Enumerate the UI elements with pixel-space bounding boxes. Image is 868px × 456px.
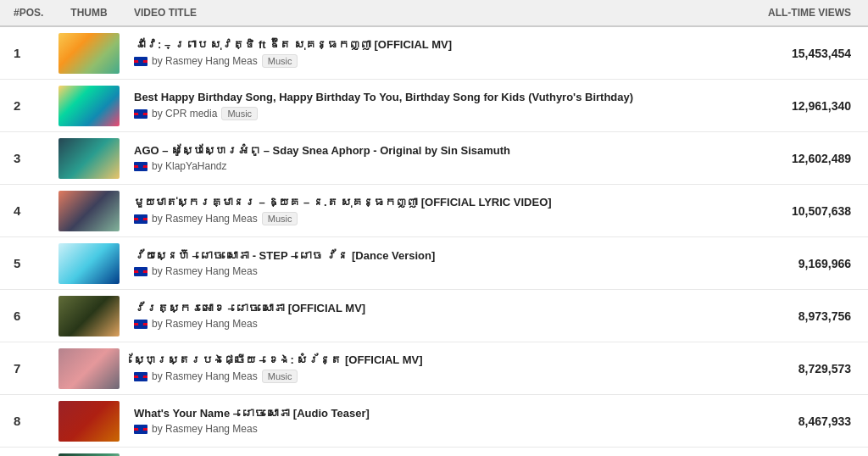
thumbnail <box>58 348 120 389</box>
channel-name: by CPR media <box>152 108 217 120</box>
channel-name: by Rasmey Hang Meas <box>152 213 258 225</box>
title-cell: Best Happy Birthday Song, Happy Birthday… <box>127 91 732 121</box>
table-row[interactable]: 9 Picherith – ចង់ស្ក្ចូ (Official Audio)… <box>0 448 868 456</box>
cambodia-flag-icon <box>134 267 147 276</box>
channel-row: by Rasmey Hang Meas Music <box>134 370 732 383</box>
title-cell: វ័រត្ស្ករអោខ – រោច សោភា [OFFICIAL MV] by… <box>127 302 732 331</box>
channel-row: by Rasmey Hang Meas <box>134 423 732 435</box>
views-count: 12,961,340 <box>732 99 868 113</box>
video-title: មួយមាត់ស្ករគ្មានរ – ឱ្យគ – ន.ត សុគន្ធកញ្… <box>134 196 732 210</box>
header-thumb: THUMB <box>51 7 127 19</box>
views-count: 9,169,966 <box>732 257 868 270</box>
thumbnail-cell <box>51 453 127 457</box>
position-number: 8 <box>0 414 51 428</box>
thumbnail <box>58 243 120 284</box>
channel-row: by Rasmey Hang Meas <box>134 265 732 277</box>
thumbnail-cell <box>51 348 127 389</box>
title-cell: AGO – សូស្ហែស្ហែរអំពូ – Sday Snea Aphorp… <box>127 144 732 173</box>
channel-name: by Rasmey Hang Meas <box>152 423 258 435</box>
video-title: ស្ហែស្ត្ររបងផ្ចើយ – ខេង: សំរ័ន្ត [OFFICI… <box>134 353 732 368</box>
position-number: 2 <box>0 98 51 113</box>
music-tag: Music <box>262 54 298 68</box>
channel-row: by CPR media Music <box>134 107 732 120</box>
thumbnail-cell <box>51 33 127 74</box>
table-row[interactable]: 3 AGO – សូស្ហែស្ហែរអំពូ – Sday Snea Apho… <box>0 132 868 185</box>
thumbnail-cell <box>51 138 127 179</box>
views-count: 15,453,454 <box>732 47 868 60</box>
video-title: AGO – សូស្ហែស្ហែរអំពូ – Sday Snea Aphorp… <box>134 144 732 158</box>
video-title: What's Your Name – រោច សោភា [Audio Tease… <box>134 407 732 421</box>
thumbnail <box>58 138 120 179</box>
position-number: 7 <box>0 361 51 375</box>
title-cell: វ័យស្នេហ៍ – រោច សោភា - STEP – រោច វ័ន [D… <box>127 249 732 278</box>
video-title: Best Happy Birthday Song, Happy Birthday… <box>134 91 732 105</box>
thumbnail-cell <box>51 243 127 284</box>
thumbnail-cell <box>51 401 127 442</box>
views-count: 8,467,933 <box>732 414 868 428</box>
position-number: 3 <box>0 151 51 165</box>
channel-row: by Rasmey Hang Meas <box>134 318 732 330</box>
thumbnail <box>58 296 120 336</box>
cambodia-flag-icon <box>134 109 147 119</box>
channel-row: by KlapYaHandz <box>134 160 732 172</box>
title-cell: What's Your Name – រោច សោភា [Audio Tease… <box>127 407 732 436</box>
music-tag: Music <box>221 107 258 120</box>
cambodia-flag-icon <box>134 320 147 329</box>
leaderboard-table: #POS. THUMB VIDEO TITLE ALL-TIME VIEWS 1… <box>0 0 868 456</box>
table-row[interactable]: 6 វ័រត្ស្ករអោខ – រោច សោភា [OFFICIAL MV] … <box>0 290 868 342</box>
thumbnail-cell <box>51 191 127 231</box>
thumbnail-cell <box>51 86 127 126</box>
channel-name: by Rasmey Hang Meas <box>152 55 258 67</box>
thumbnail <box>58 33 120 74</box>
table-row[interactable]: 7 ស្ហែស្ត្ររបងផ្ចើយ – ខេង: សំរ័ន្ត [OFFI… <box>0 342 868 395</box>
title-cell: មួយមាត់ស្ករគ្មានរ – ឱ្យគ – ន.ត សុគន្ធកញ្… <box>127 196 732 226</box>
video-title: វ័យស្នេហ៍ – រោច សោភា - STEP – រោច វ័ន [D… <box>134 249 732 264</box>
channel-name: by KlapYaHandz <box>152 160 227 172</box>
views-count: 10,507,638 <box>732 204 868 218</box>
header-pos: #POS. <box>0 7 51 19</box>
thumbnail <box>58 453 120 457</box>
thumbnail-cell <box>51 296 127 336</box>
video-title: វ័រត្ស្ករអោខ – រោច សោភា [OFFICIAL MV] <box>134 302 732 316</box>
cambodia-flag-icon <box>134 425 147 434</box>
views-count: 8,729,573 <box>732 362 868 375</box>
title-cell: ស្ហែស្ត្ររបងផ្ចើយ – ខេង: សំរ័ន្ត [OFFICI… <box>127 353 732 384</box>
table-row[interactable]: 2 Best Happy Birthday Song, Happy Birthd… <box>0 80 868 132</box>
thumbnail <box>58 191 120 231</box>
video-title: វាវ៉ែ: – ព្រាប សុវត្ថិ ft ឱ៊ីត សុគន្ធកញ្… <box>134 38 732 53</box>
views-count: 12,602,489 <box>732 152 868 165</box>
title-cell: វាវ៉ែ: – ព្រាប សុវត្ថិ ft ឱ៊ីត សុគន្ធកញ្… <box>127 38 732 69</box>
cambodia-flag-icon <box>134 214 147 224</box>
cambodia-flag-icon <box>134 372 147 381</box>
cambodia-flag-icon <box>134 162 147 171</box>
table-row[interactable]: 4 មួយមាត់ស្ករគ្មានរ – ឱ្យគ – ន.ត សុគន្ធក… <box>0 185 868 237</box>
cambodia-flag-icon <box>134 57 147 66</box>
channel-row: by Rasmey Hang Meas Music <box>134 212 732 225</box>
header-views: ALL-TIME VIEWS <box>732 7 868 19</box>
table-header: #POS. THUMB VIDEO TITLE ALL-TIME VIEWS <box>0 0 868 27</box>
position-number: 5 <box>0 256 51 270</box>
music-tag: Music <box>262 370 298 383</box>
thumbnail <box>58 401 120 442</box>
position-number: 1 <box>0 46 51 60</box>
music-tag: Music <box>262 212 298 225</box>
table-row[interactable]: 8 What's Your Name – រោច សោភា [Audio Tea… <box>0 395 868 448</box>
position-number: 4 <box>0 203 51 218</box>
thumbnail <box>58 86 120 126</box>
rows-container: 1 វាវ៉ែ: – ព្រាប សុវត្ថិ ft ឱ៊ីត សុគន្ធក… <box>0 27 868 456</box>
channel-name: by Rasmey Hang Meas <box>152 318 258 330</box>
table-row[interactable]: 5 វ័យស្នេហ៍ – រោច សោភា - STEP – រោច វ័ន … <box>0 237 868 290</box>
position-number: 6 <box>0 309 51 323</box>
channel-name: by Rasmey Hang Meas <box>152 265 258 277</box>
table-row[interactable]: 1 វាវ៉ែ: – ព្រាប សុវត្ថិ ft ឱ៊ីត សុគន្ធក… <box>0 27 868 80</box>
channel-name: by Rasmey Hang Meas <box>152 370 258 382</box>
views-count: 8,973,756 <box>732 309 868 323</box>
channel-row: by Rasmey Hang Meas Music <box>134 54 732 68</box>
header-title: VIDEO TITLE <box>127 7 732 19</box>
